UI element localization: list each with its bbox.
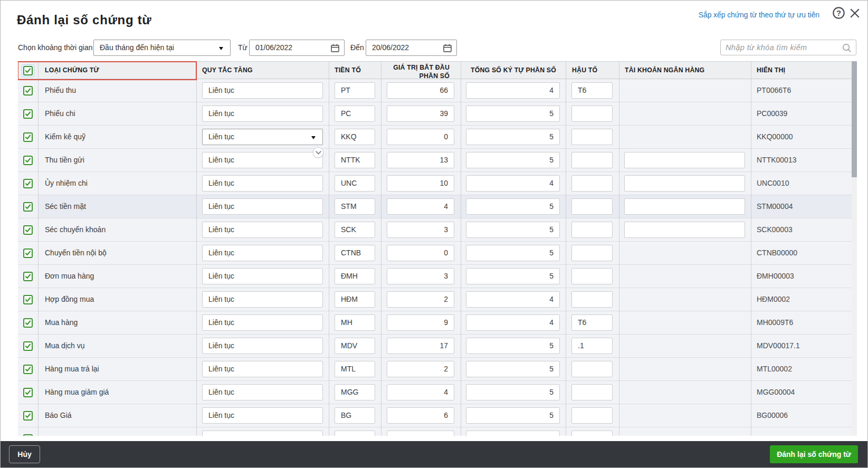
svg-text:?: ? [836, 9, 841, 17]
